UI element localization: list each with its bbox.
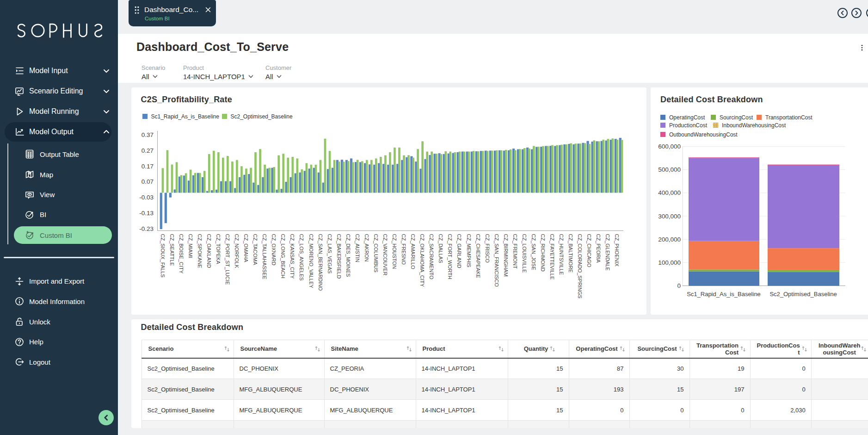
svg-text:CZ_RICHMOND: CZ_RICHMOND [540,234,546,271]
svg-text:400,000: 400,000 [658,189,681,196]
svg-text:CZ_KANSAS_CITY: CZ_KANSAS_CITY [289,234,295,279]
svg-text:CZ_COLORADO_SPRINGS: CZ_COLORADO_SPRINGS [577,234,583,298]
svg-text:CZ_TOPEKA: CZ_TOPEKA [215,234,221,264]
svg-text:CZ_NORFOLK: CZ_NORFOLK [234,234,240,268]
svg-text:CZ_DES_MOINES: CZ_DES_MOINES [345,234,351,277]
svg-text:CZ_SPOKANE: CZ_SPOKANE [197,234,202,268]
svg-text:0.27: 0.27 [141,147,153,154]
svg-text:CZ_MEMPHIS: CZ_MEMPHIS [466,234,471,267]
svg-text:CZ_FRISCO: CZ_FRISCO [484,234,490,263]
svg-text:CZ_HOUSTON: CZ_HOUSTON [392,234,397,269]
svg-text:CZ_OXNARD: CZ_OXNARD [271,234,277,265]
svg-text:CZ_OAKLAND: CZ_OAKLAND [206,234,211,267]
svg-text:-0.23: -0.23 [139,225,154,232]
svg-text:CZ_BALTIMORE: CZ_BALTIMORE [568,234,573,273]
svg-text:0.07: 0.07 [141,178,153,185]
svg-text:CZ_FORT_WORTH: CZ_FORT_WORTH [447,234,453,279]
svg-text:CZ_CHESAPEAKE: CZ_CHESAPEAKE [475,234,480,278]
svg-text:600,000: 600,000 [658,143,681,150]
svg-text:CZ_COLUMBUS: CZ_COLUMBUS [373,234,378,272]
svg-text:0: 0 [677,282,681,289]
svg-text:CZ_FREMONT: CZ_FREMONT [512,234,517,268]
svg-text:CZ_SACRAMENTO: CZ_SACRAMENTO [429,234,434,280]
svg-text:300,000: 300,000 [658,212,681,219]
svg-text:CZ_AUSTIN: CZ_AUSTIN [354,234,360,262]
svg-text:CZ_SAN_JOSE: CZ_SAN_JOSE [530,234,536,270]
svg-text:CZ_TACOMA: CZ_TACOMA [252,234,258,265]
svg-text:CZ_GARLAND: CZ_GARLAND [456,234,462,268]
svg-text:CZ_TALLAHASSEE: CZ_TALLAHASSEE [262,234,267,279]
svg-text:CZ_LAS_VEGAS: CZ_LAS_VEGAS [326,234,332,273]
svg-text:-0.13: -0.13 [139,209,154,216]
svg-text:0.37: 0.37 [141,131,153,138]
svg-text:CZ_OMAHA: CZ_OMAHA [243,234,249,262]
svg-text:Sc2_Optimised_Baseline: Sc2_Optimised_Baseline [770,291,837,298]
svg-text:200,000: 200,000 [658,236,681,242]
svg-text:CZ_PHOENIX: CZ_PHOENIX [614,234,620,267]
svg-text:-0.03: -0.03 [139,194,154,201]
svg-text:CZ_HUNTSVILLE: CZ_HUNTSVILLE [559,234,564,275]
svg-text:CZ_BOISE_CITY: CZ_BOISE_CITY [178,234,184,273]
svg-text:CZ_MIAMI: CZ_MIAMI [187,234,193,258]
svg-text:CZ_BAKERSFIELD: CZ_BAKERSFIELD [336,234,341,279]
svg-text:CZ_LOS_ANGELES: CZ_LOS_ANGELES [299,234,304,280]
svg-text:CZ_SIOUX_FALLS: CZ_SIOUX_FALLS [160,234,165,277]
svg-text:CZ_VANCOUVER: CZ_VANCOUVER [382,234,388,275]
svg-text:CZ_FRESNO: CZ_FRESNO [401,234,406,265]
svg-text:CZ_LOUISVILLE: CZ_LOUISVILLE [521,234,527,273]
svg-text:CZ_CHICAGO: CZ_CHICAGO [586,234,592,267]
svg-text:CZ_BIRMINGHAM: CZ_BIRMINGHAM [503,234,508,276]
svg-text:CZ_PORT_ST_LUCIE: CZ_PORT_ST_LUCIE [224,234,230,285]
svg-text:CZ_SAN_BERNARDINO: CZ_SAN_BERNARDINO [317,234,323,291]
svg-text:CZ_OKLAHOMA_CITY: CZ_OKLAHOMA_CITY [419,234,425,287]
svg-text:500,000: 500,000 [658,166,681,173]
svg-text:CZ_GLENDALE: CZ_GLENDALE [605,234,610,270]
svg-text:CZ_MORENO_VALLEY: CZ_MORENO_VALLEY [308,234,314,288]
svg-text:CZ_AKRON: CZ_AKRON [363,234,369,261]
svg-text:CZ_PEORIA: CZ_PEORIA [596,234,601,263]
svg-text:CZ_DALLAS: CZ_DALLAS [438,234,443,263]
svg-text:CZ_FAYETTEVILLE: CZ_FAYETTEVILLE [549,234,555,280]
svg-text:CZ_AMARILLO: CZ_AMARILLO [410,234,416,269]
svg-text:Sc1_Rapid_As_is_Baseline: Sc1_Rapid_As_is_Baseline [687,291,761,298]
svg-text:CZ_SEATTLE: CZ_SEATTLE [169,234,174,266]
svg-text:CZ_LONG_BEACH: CZ_LONG_BEACH [280,234,286,278]
svg-text:CZ_SAN_FRANCISCO: CZ_SAN_FRANCISCO [493,234,499,287]
svg-text:100,000: 100,000 [658,259,681,266]
svg-text:0.17: 0.17 [141,162,153,169]
